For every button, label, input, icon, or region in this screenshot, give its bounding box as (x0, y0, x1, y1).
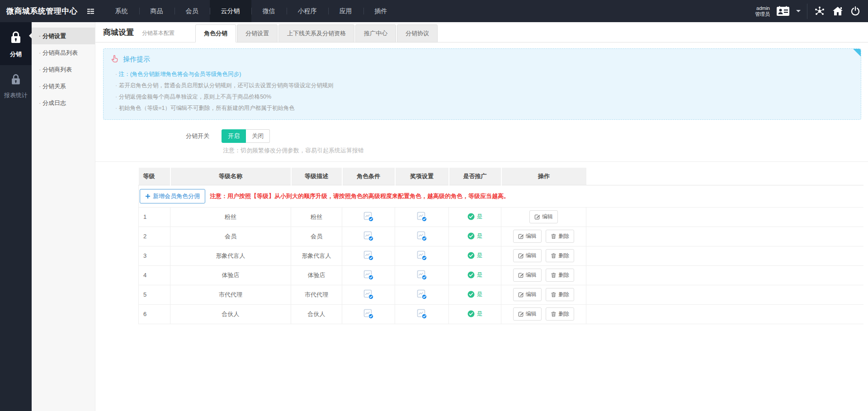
tab-upline-downline[interactable]: 上下线关系及分销资格 (278, 24, 354, 43)
sidebar: 分销设置 分销商品列表 分销商列表 分销关系 分成日志 (32, 22, 95, 411)
edit-square-check-icon[interactable] (416, 269, 428, 281)
promoted-yes-label: 是 (477, 310, 483, 318)
tips-panel: 操作提示 注：(角色分销新增角色将会与会员等级角色同步) 若开启角色分销，普通会… (103, 48, 861, 120)
divider (95, 161, 868, 162)
edit-button[interactable]: 编辑 (529, 210, 558, 223)
menu-item-apps[interactable]: 应用 (328, 0, 363, 22)
switch-on-button[interactable]: 开启 (222, 129, 246, 143)
level-cell: 1 (139, 207, 170, 227)
level-desc-cell: 粉丝 (291, 207, 342, 227)
menu-item-wechat[interactable]: 微信 (251, 0, 287, 22)
edit-square-check-icon[interactable] (416, 308, 428, 320)
actions-cell: 编辑 删除 (501, 304, 586, 324)
edit-square-check-icon[interactable] (363, 250, 374, 261)
switch-label: 分销开关 (95, 132, 209, 140)
main-content: 商城设置 分销基本配置 角色分销 分销设置 上下线关系及分销资格 推广中心 分销… (95, 22, 868, 411)
level-desc-cell: 会员 (291, 227, 342, 246)
delete-button[interactable]: 删除 (546, 269, 574, 282)
filler-cell (586, 246, 864, 265)
tip-item: 注：(角色分销新增角色将会与会员等级角色同步) (115, 69, 861, 80)
delete-button[interactable]: 删除 (546, 307, 574, 321)
edit-square-check-icon[interactable] (363, 269, 374, 281)
prize-settings-cell (395, 304, 449, 324)
menu-toggle-icon[interactable] (86, 7, 95, 16)
tab-promotion-center[interactable]: 推广中心 (355, 24, 396, 43)
level-name-cell: 粉丝 (170, 207, 291, 227)
collapse-corner-button[interactable] (853, 49, 861, 57)
is-promoted-cell: 是 (449, 246, 501, 265)
edit-square-check-icon[interactable] (416, 231, 428, 242)
tip-item: 初始角色（等级=1）可编辑不可删除，所有新建的用户都属于初始角色 (115, 103, 861, 114)
edit-button[interactable]: 编辑 (513, 230, 542, 243)
menu-item-system[interactable]: 系统 (104, 0, 139, 22)
switch-note: 注意：切勿频繁修改分佣参数，容易引起系统运算报错 (223, 146, 868, 155)
trash-icon (551, 311, 557, 317)
delete-button[interactable]: 删除 (546, 230, 574, 243)
sidebar-item-commission-log[interactable]: 分成日志 (32, 94, 95, 111)
home-icon[interactable] (832, 5, 844, 17)
promoted-yes-label: 是 (477, 251, 483, 260)
table-row: 6 合伙人 合伙人 (139, 304, 864, 324)
rail-item-label: 报表统计 (4, 91, 28, 99)
level-cell: 3 (139, 246, 170, 265)
menu-item-members[interactable]: 会员 (175, 0, 210, 22)
prize-settings-cell (395, 246, 449, 265)
edit-square-check-icon[interactable] (363, 289, 374, 300)
delete-button[interactable]: 删除 (546, 249, 574, 262)
main-menu: 系统 商品 会员 云分销 微信 小程序 应用 插件 (104, 0, 399, 22)
edit-square-check-icon[interactable] (363, 308, 374, 320)
edit-square-check-icon[interactable] (363, 231, 374, 242)
edit-square-check-icon[interactable] (363, 211, 374, 222)
add-member-role-button[interactable]: 新增会员角色分佣 (140, 189, 205, 203)
pencil-square-icon (518, 292, 524, 298)
app-title: 微商城系统管理中心 (0, 6, 84, 16)
tab-role-distribution[interactable]: 角色分销 (195, 24, 236, 43)
role-condition-cell (342, 265, 395, 285)
lock-icon (8, 30, 24, 47)
level-desc-cell: 市代代理 (291, 285, 342, 304)
actions-cell: 编辑 (501, 207, 586, 227)
tab-distribution-settings[interactable]: 分销设置 (237, 24, 278, 43)
level-cell: 6 (139, 304, 170, 324)
share-network-icon[interactable] (814, 5, 826, 17)
filler-cell (586, 227, 864, 246)
sidebar-item-distribution-settings[interactable]: 分销设置 (32, 28, 95, 44)
edit-button[interactable]: 编辑 (513, 249, 542, 262)
trash-icon (551, 253, 557, 259)
switch-off-button[interactable]: 关闭 (246, 129, 270, 143)
active-arrow (26, 33, 32, 38)
menu-item-cloud-distribution[interactable]: 云分销 (210, 0, 251, 22)
sidebar-item-distribution-relations[interactable]: 分销关系 (32, 78, 95, 94)
edit-square-check-icon[interactable] (416, 289, 428, 300)
plus-icon (145, 194, 151, 199)
trash-icon (551, 233, 557, 239)
col-filler (586, 168, 864, 185)
menu-item-plugins[interactable]: 插件 (363, 0, 399, 22)
sidebar-item-distribution-goods[interactable]: 分销商品列表 (32, 44, 95, 61)
menu-item-goods[interactable]: 商品 (139, 0, 175, 22)
tab-bar: 角色分销 分销设置 上下线关系及分销资格 推广中心 分销协议 (195, 24, 439, 43)
sidebar-item-distributor-list[interactable]: 分销商列表 (32, 61, 95, 78)
edit-button[interactable]: 编辑 (513, 269, 542, 282)
edit-button[interactable]: 编辑 (513, 288, 542, 301)
edit-square-check-icon[interactable] (416, 211, 428, 222)
level-name-cell: 会员 (170, 227, 291, 246)
promoted-yes-label: 是 (477, 271, 483, 279)
rail-item-distribution[interactable]: 分销 (0, 22, 32, 65)
power-icon[interactable] (850, 6, 861, 17)
tab-distribution-agreement[interactable]: 分销协议 (397, 24, 438, 43)
tip-item: 分销返佣金额每个商品单独设定，原则上不高于商品价格50% (115, 91, 861, 103)
delete-button[interactable]: 删除 (546, 288, 574, 301)
tips-title: 操作提示 (123, 55, 150, 64)
col-level: 等级 (139, 168, 170, 185)
edit-button[interactable]: 编辑 (513, 307, 542, 321)
filler-cell (586, 265, 864, 285)
is-promoted-cell: 是 (449, 285, 501, 304)
rail-item-reports[interactable]: 报表统计 (0, 65, 32, 106)
level-cell: 2 (139, 227, 170, 246)
menu-item-miniprogram[interactable]: 小程序 (287, 0, 328, 22)
chevron-down-icon[interactable] (796, 10, 801, 14)
is-promoted-cell: 是 (449, 304, 501, 324)
edit-square-check-icon[interactable] (416, 250, 428, 261)
id-card-icon[interactable] (776, 6, 790, 17)
